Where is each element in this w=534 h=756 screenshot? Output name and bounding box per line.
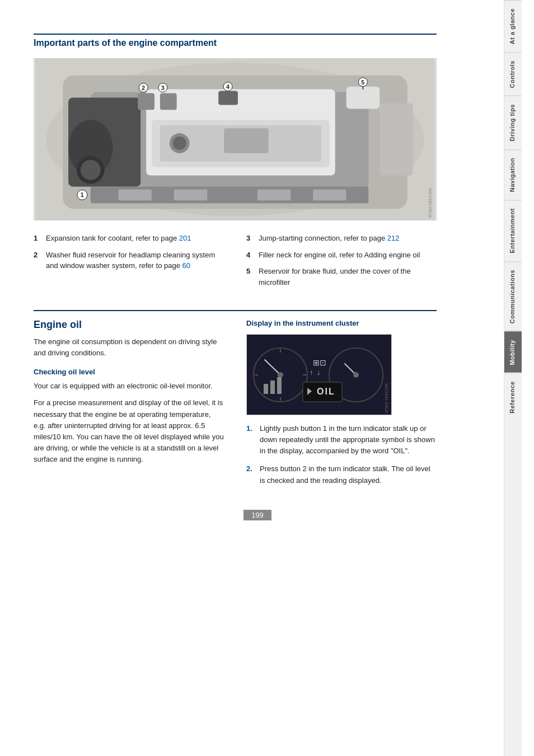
- tab-mobility[interactable]: Mobility: [504, 331, 522, 373]
- part-num-4: 4: [246, 250, 254, 261]
- step-2: 2. Press button 2 in the turn indicator …: [246, 463, 437, 486]
- page-number-container: 199: [34, 510, 481, 532]
- svg-text:⊞: ⊞: [313, 358, 320, 367]
- parts-col-left: 1 Expansion tank for coolant, refer to p…: [34, 233, 224, 293]
- parts-list: 1 Expansion tank for coolant, refer to p…: [34, 233, 437, 293]
- part-desc-3: Jump-starting connection, refer to page …: [259, 233, 400, 244]
- svg-point-45: [353, 372, 359, 378]
- svg-rect-54: [270, 381, 275, 394]
- part-num-1: 1: [34, 233, 41, 244]
- engine-oil-divider: [34, 310, 437, 311]
- oil-level-para2: For a precise measurement and display of…: [34, 397, 224, 465]
- svg-rect-20: [346, 87, 380, 109]
- page-ref-2: 60: [182, 261, 190, 270]
- part-num-5: 5: [246, 266, 254, 288]
- sidebar-tabs: At a glance Controls Driving tips Naviga…: [504, 0, 522, 756]
- part-desc-5: Reservoir for brake fluid, under the cov…: [259, 266, 437, 288]
- engine-compartment-heading: Important parts of the engine compartmen…: [34, 38, 481, 48]
- page-ref-1: 201: [179, 234, 191, 242]
- engine-image-watermark: WC2485 03UA: [428, 188, 433, 218]
- svg-text:OIL: OIL: [317, 387, 335, 396]
- instrument-cluster-image: ⊞ ⊡ ↑ ↓ OIL: [246, 334, 392, 415]
- tab-communications[interactable]: Communications: [504, 261, 522, 331]
- svg-rect-11: [138, 93, 154, 110]
- svg-rect-30: [118, 189, 152, 200]
- section-divider: [34, 34, 437, 35]
- page-ref-3: 212: [387, 234, 400, 242]
- svg-point-8: [81, 160, 101, 180]
- svg-rect-53: [264, 384, 268, 394]
- svg-text:4: 4: [226, 83, 229, 90]
- left-col: Engine oil The engine oil consumption is…: [34, 319, 224, 493]
- svg-text:2: 2: [142, 84, 145, 91]
- cluster-image-watermark: WC2441 03UA: [384, 383, 389, 413]
- tab-reference[interactable]: Reference: [504, 373, 522, 421]
- svg-text:1: 1: [81, 191, 84, 198]
- tab-at-a-glance[interactable]: At a glance: [504, 0, 522, 52]
- engine-oil-title: Engine oil: [34, 319, 224, 331]
- part-desc-2: Washer fluid reservoir for headlamp clea…: [46, 250, 224, 271]
- svg-rect-55: [277, 377, 282, 394]
- svg-text:↓: ↓: [317, 369, 320, 377]
- page-wrapper: Important parts of the engine compartmen…: [0, 0, 534, 756]
- svg-rect-33: [313, 189, 346, 200]
- tab-controls[interactable]: Controls: [504, 52, 522, 96]
- svg-point-27: [173, 137, 186, 150]
- display-cluster-title: Display in the instrument cluster: [246, 319, 437, 327]
- part-num-3: 3: [246, 233, 254, 244]
- parts-col-right: 3 Jump-starting connection, refer to pag…: [246, 233, 437, 293]
- svg-text:↑: ↑: [310, 369, 313, 377]
- steps-list: 1. Lightly push button 1 in the turn ind…: [246, 423, 437, 486]
- cluster-svg: ⊞ ⊡ ↑ ↓ OIL: [247, 335, 392, 415]
- svg-rect-28: [224, 128, 268, 153]
- step-num-1: 1.: [246, 423, 255, 457]
- part-desc-1: Expansion tank for coolant, refer to pag…: [46, 233, 191, 244]
- step-text-1: Lightly push button 1 in the turn indica…: [260, 423, 437, 457]
- part-item-2: 2 Washer fluid reservoir for headlamp cl…: [34, 250, 224, 271]
- page-number: 199: [243, 510, 271, 520]
- part-item-1: 1 Expansion tank for coolant, refer to p…: [34, 233, 224, 244]
- main-content: Important parts of the engine compartmen…: [0, 0, 504, 756]
- part-item-5: 5 Reservoir for brake fluid, under the c…: [246, 266, 437, 288]
- svg-text:3: 3: [161, 84, 165, 91]
- svg-rect-17: [218, 91, 238, 105]
- svg-rect-31: [174, 189, 208, 200]
- svg-text:5: 5: [361, 79, 364, 86]
- part-item-3: 3 Jump-starting connection, refer to pag…: [246, 233, 437, 244]
- two-col-section: Engine oil The engine oil consumption is…: [34, 319, 437, 493]
- tab-entertainment[interactable]: Entertainment: [504, 200, 522, 261]
- oil-level-para1: Your car is equipped with an electronic …: [34, 381, 224, 392]
- step-text-2: Press button 2 in the turn indicator sta…: [260, 463, 437, 486]
- part-desc-4: Filler neck for engine oil, refer to Add…: [259, 250, 420, 261]
- part-num-2: 2: [34, 250, 41, 271]
- engine-oil-intro: The engine oil consumption is dependent …: [34, 336, 224, 359]
- part-item-4: 4 Filler neck for engine oil, refer to A…: [246, 250, 437, 261]
- engine-svg: 1 2 3 4 5: [34, 59, 436, 220]
- tab-driving-tips[interactable]: Driving tips: [504, 96, 522, 149]
- svg-rect-32: [257, 189, 291, 200]
- step-num-2: 2.: [246, 463, 255, 486]
- svg-text:⊡: ⊡: [320, 358, 326, 367]
- checking-oil-level-title: Checking oil level: [34, 368, 224, 376]
- svg-rect-34: [380, 103, 413, 175]
- tab-navigation[interactable]: Navigation: [504, 149, 522, 200]
- right-col: Display in the instrument cluster: [246, 319, 437, 493]
- svg-rect-12: [160, 93, 177, 110]
- step-1: 1. Lightly push button 1 in the turn ind…: [246, 423, 437, 457]
- engine-compartment-image: 1 2 3 4 5: [34, 58, 437, 220]
- svg-point-43: [278, 372, 283, 378]
